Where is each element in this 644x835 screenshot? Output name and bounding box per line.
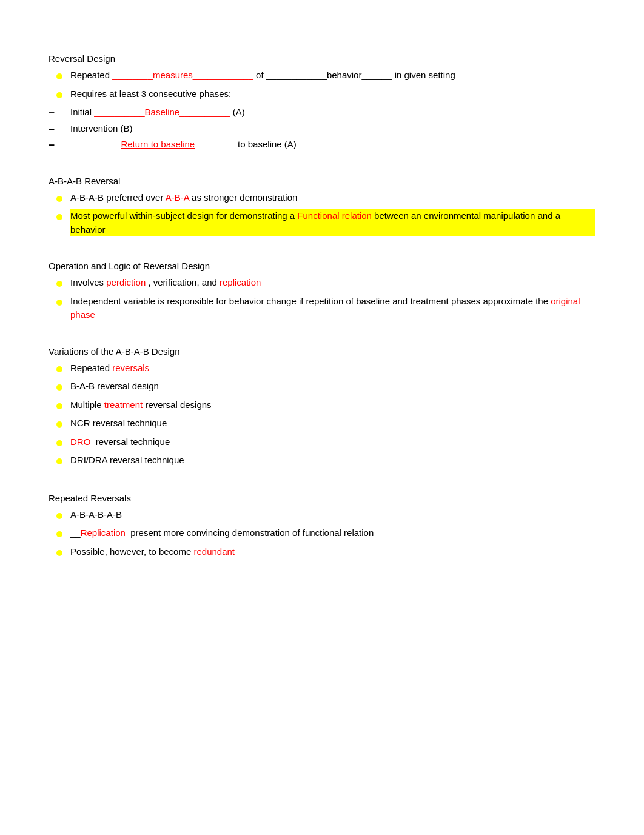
item-text: Repeated ________measures____________ of… [70, 69, 595, 82]
list-item: B-A-B reversal design [49, 380, 595, 395]
bullet-icon [49, 400, 70, 414]
circle-icon [56, 281, 62, 287]
circle-icon [56, 384, 62, 391]
section-title: Variations of the A-B-A-B Design [49, 346, 595, 357]
dash-icon: – [49, 139, 70, 150]
circle-icon [56, 214, 62, 220]
item-text: DRO reversal technique [70, 435, 595, 449]
list-item: Multiple treatment reversal designs [49, 398, 595, 414]
list-item: DRO reversal technique [49, 435, 595, 451]
bullet-list: Involves perdiction , verification, and … [49, 276, 595, 322]
section-title: A-B-A-B Reversal [49, 176, 595, 186]
item-text: Multiple treatment reversal designs [70, 398, 595, 412]
circle-icon [56, 531, 62, 537]
bullet-icon [49, 192, 70, 206]
circle-icon [56, 440, 62, 446]
bullet-icon [49, 381, 70, 395]
circle-icon [56, 458, 62, 464]
section-repeated-reversals: Repeated Reversals A-B-A-B-A-B __Replica… [49, 493, 595, 560]
circle-icon [56, 92, 62, 98]
bullet-icon [49, 437, 70, 451]
item-text: DRI/DRA reversal technique [70, 454, 595, 468]
circle-icon [56, 403, 62, 409]
bullet-icon [49, 70, 70, 84]
item-text: __Replication present more convincing de… [70, 526, 595, 540]
circle-icon [56, 196, 62, 202]
circle-icon [56, 550, 62, 556]
sub-item-text: __________Return to baseline________ to … [70, 138, 595, 152]
section-reversal-design: Reversal Design Repeated ________measure… [49, 53, 595, 152]
sub-item-text: Initial __________Baseline__________ (A) [70, 106, 595, 119]
circle-icon [56, 300, 62, 306]
list-item: Requires at least 3 consecutive phases: [49, 87, 595, 102]
section-abab: A-B-A-B Reversal A-B-A-B preferred over … [49, 176, 595, 237]
item-text: Repeated reversals [70, 361, 595, 375]
list-item: A-B-A-B-A-B [49, 508, 595, 523]
item-text: Possible, however, to become redundant [70, 545, 595, 559]
list-item: NCR reversal technique [49, 417, 595, 432]
sub-list: – Initial __________Baseline__________ (… [49, 106, 595, 152]
section-title: Operation and Logic of Reversal Design [49, 261, 595, 271]
bullet-icon [49, 509, 70, 523]
section-title: Reversal Design [49, 53, 595, 64]
list-item: A-B-A-B preferred over A-B-A as stronger… [49, 191, 595, 206]
bullet-icon [49, 210, 70, 224]
item-text: Involves perdiction , verification, and … [70, 276, 595, 290]
list-item: Possible, however, to become redundant [49, 545, 595, 560]
list-item: Independent variable is responsible for … [49, 295, 595, 322]
sub-item-text: Intervention (B) [70, 122, 595, 136]
item-text: A-B-A-B-A-B [70, 508, 595, 522]
dash-icon: – [49, 107, 70, 118]
bullet-icon [49, 455, 70, 469]
circle-icon [56, 513, 62, 519]
circle-icon [56, 421, 62, 428]
sub-list-item: – Initial __________Baseline__________ (… [49, 106, 595, 119]
bullet-list: Repeated reversals B-A-B reversal design… [49, 361, 595, 469]
list-item: __Replication present more convincing de… [49, 526, 595, 542]
list-item: Involves perdiction , verification, and … [49, 276, 595, 291]
bullet-icon [49, 277, 70, 291]
section-variations: Variations of the A-B-A-B Design Repeate… [49, 346, 595, 469]
item-text: Independent variable is responsible for … [70, 295, 595, 322]
sub-list-item: – __________Return to baseline________ t… [49, 138, 595, 152]
list-item: Repeated ________measures____________ of… [49, 69, 595, 84]
bullet-list: A-B-A-B-A-B __Replication present more c… [49, 508, 595, 560]
dash-icon: – [49, 123, 70, 134]
bullet-icon [49, 89, 70, 102]
sub-list-item: – Intervention (B) [49, 122, 595, 136]
bullet-list: Repeated ________measures____________ of… [49, 69, 595, 102]
item-text: Requires at least 3 consecutive phases: [70, 87, 595, 101]
bullet-icon [49, 296, 70, 310]
item-text: A-B-A-B preferred over A-B-A as stronger… [70, 191, 595, 205]
item-text: NCR reversal technique [70, 417, 595, 431]
list-item: Repeated reversals [49, 361, 595, 377]
section-operation: Operation and Logic of Reversal Design I… [49, 261, 595, 322]
circle-icon [56, 366, 62, 372]
list-item: DRI/DRA reversal technique [49, 454, 595, 469]
item-text: B-A-B reversal design [70, 380, 595, 394]
bullet-icon [49, 528, 70, 542]
list-item: Most powerful within-subject design for … [49, 209, 595, 236]
section-title: Repeated Reversals [49, 493, 595, 503]
bullet-icon [49, 546, 70, 560]
bullet-list: A-B-A-B preferred over A-B-A as stronger… [49, 191, 595, 237]
item-text: Most powerful within-subject design for … [70, 209, 595, 236]
bullet-icon [49, 418, 70, 432]
page-container: Reversal Design Repeated ________measure… [49, 53, 595, 560]
bullet-icon [49, 363, 70, 377]
circle-icon [56, 73, 62, 79]
